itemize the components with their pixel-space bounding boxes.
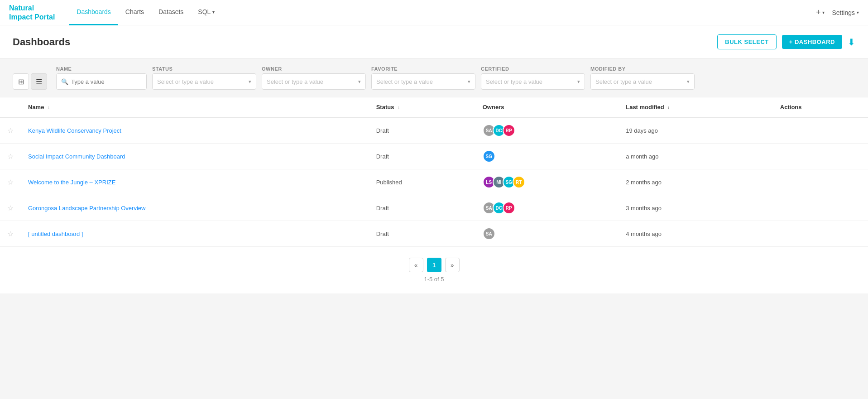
download-button[interactable]: ⬇ xyxy=(848,37,855,48)
table-row: ☆Welcome to the Jungle – XPRIZEPublished… xyxy=(0,169,868,195)
add-dashboard-button[interactable]: + DASHBOARD xyxy=(782,35,842,49)
app-logo[interactable]: Natural Impact Portal xyxy=(9,4,55,21)
favorite-filter-label: FAVORITE xyxy=(371,66,475,72)
page-title: Dashboards xyxy=(13,36,70,48)
nav-links: Dashboards Charts Datasets SQL ▾ xyxy=(69,0,816,25)
chevron-down-icon: ▾ xyxy=(822,10,825,15)
th-star xyxy=(0,97,21,117)
pagination: « 1 » xyxy=(409,258,460,272)
dashboard-link[interactable]: Kenya Wildlife Conservancy Project xyxy=(28,127,121,134)
th-owners: Owners xyxy=(475,97,619,117)
chevron-down-icon: ▾ xyxy=(212,10,215,14)
grid-icon: ⊞ xyxy=(18,77,24,86)
star-icon[interactable]: ☆ xyxy=(7,127,14,135)
sort-status-icon: ↕ xyxy=(398,105,400,110)
chevron-down-icon: ▾ xyxy=(358,79,361,85)
th-status[interactable]: Status ↕ xyxy=(369,97,475,117)
table-row: ☆[ untitled dashboard ]DraftSA4 months a… xyxy=(0,221,868,247)
list-view-button[interactable]: ☰ xyxy=(31,73,47,90)
col-lastmod-label: Last modified xyxy=(626,104,664,111)
download-icon: ⬇ xyxy=(848,37,855,47)
last-modified-value: 2 months ago xyxy=(626,179,662,186)
dashboard-link[interactable]: [ untitled dashboard ] xyxy=(28,231,83,237)
star-icon[interactable]: ☆ xyxy=(7,153,14,160)
nav-datasets[interactable]: Datasets xyxy=(151,0,191,25)
owner-filter-label: OWNER xyxy=(262,66,366,72)
top-nav: Natural Impact Portal Dashboards Charts … xyxy=(0,0,868,25)
actions-cell xyxy=(773,195,868,221)
grid-view-button[interactable]: ⊞ xyxy=(13,73,29,90)
th-last-modified[interactable]: Last modified ↓ xyxy=(619,97,773,117)
page-1-button[interactable]: 1 xyxy=(427,258,441,272)
status-badge: Draft xyxy=(376,127,389,134)
modified-by-filter-label: MODIFIED BY xyxy=(590,66,695,72)
col-actions-label: Actions xyxy=(780,104,802,111)
logo-line2: Impact Portal xyxy=(9,13,55,21)
col-name-label: Name xyxy=(28,104,44,111)
chevron-down-icon: ▾ xyxy=(687,79,690,85)
th-name[interactable]: Name ↕ xyxy=(21,97,369,117)
table-row: ☆Kenya Wildlife Conservancy ProjectDraft… xyxy=(0,117,868,144)
star-icon[interactable]: ☆ xyxy=(7,204,14,212)
avatar: RT xyxy=(513,176,525,188)
table-row: ☆Social Impact Community DashboardDraftS… xyxy=(0,144,868,169)
dashboards-table: Name ↕ Status ↕ Owners Last modified ↓ A… xyxy=(0,97,868,247)
last-modified-value: 4 months ago xyxy=(626,231,662,237)
last-modified-value: a month ago xyxy=(626,153,658,160)
star-icon[interactable]: ☆ xyxy=(7,178,14,186)
modified-by-filter-group: MODIFIED BY Select or type a value ▾ xyxy=(590,66,695,90)
favorite-placeholder: Select or type a value xyxy=(376,78,433,85)
favorite-filter-select[interactable]: Select or type a value ▾ xyxy=(371,73,475,90)
last-modified-value: 19 days ago xyxy=(626,127,658,134)
actions-cell xyxy=(773,221,868,247)
nav-dashboards[interactable]: Dashboards xyxy=(69,0,118,25)
owners-cell: SADCRP xyxy=(475,117,619,144)
name-filter-group: NAME 🔍 xyxy=(56,66,147,90)
chevron-down-icon: ▾ xyxy=(249,79,251,85)
certified-filter-select[interactable]: Select or type a value ▾ xyxy=(481,73,585,90)
owner-filter-select[interactable]: Select or type a value ▾ xyxy=(262,73,366,90)
list-icon: ☰ xyxy=(36,77,42,86)
avatar: SG xyxy=(483,150,495,163)
actions-cell xyxy=(773,144,868,169)
dashboard-link[interactable]: Welcome to the Jungle – XPRIZE xyxy=(28,179,115,186)
nav-charts[interactable]: Charts xyxy=(118,0,151,25)
prev-page-button[interactable]: « xyxy=(409,258,423,272)
actions-cell xyxy=(773,169,868,195)
filter-section: ⊞ ☰ NAME 🔍 STATUS Select or type a value… xyxy=(0,59,868,97)
add-button[interactable]: + ▾ xyxy=(816,8,825,17)
status-badge: Draft xyxy=(376,153,389,160)
next-page-button[interactable]: » xyxy=(445,258,460,272)
table-header: Name ↕ Status ↕ Owners Last modified ↓ A… xyxy=(0,97,868,117)
dashboard-link[interactable]: Gorongosa Landscape Partnership Overview xyxy=(28,205,145,212)
sort-lastmod-icon: ↓ xyxy=(667,105,670,110)
nav-sql[interactable]: SQL ▾ xyxy=(191,0,222,25)
star-icon[interactable]: ☆ xyxy=(7,230,14,238)
status-badge: Published xyxy=(376,179,402,186)
owners-cell: SADCRP xyxy=(475,195,619,221)
settings-button[interactable]: Settings ▾ xyxy=(832,9,859,16)
logo-line1: Natural xyxy=(9,4,34,12)
pagination-container: « 1 » 1-5 of 5 xyxy=(0,247,868,293)
next-icon: » xyxy=(451,262,454,269)
modified-by-filter-select[interactable]: Select or type a value ▾ xyxy=(590,73,695,90)
col-owners-label: Owners xyxy=(483,104,504,111)
chevron-down-icon: ▾ xyxy=(468,79,470,85)
owner-placeholder: Select or type a value xyxy=(267,78,323,85)
name-search-input[interactable] xyxy=(71,78,142,85)
chevron-down-icon: ▾ xyxy=(857,10,859,15)
nav-sql-label: SQL xyxy=(198,8,211,15)
actions-cell xyxy=(773,117,868,144)
view-toggle: ⊞ ☰ xyxy=(13,73,47,90)
dashboard-link[interactable]: Social Impact Community Dashboard xyxy=(28,153,125,160)
col-status-label: Status xyxy=(376,104,394,111)
nav-right: + ▾ Settings ▾ xyxy=(816,8,859,17)
status-badge: Draft xyxy=(376,231,389,237)
certified-filter-label: CERTIFIED xyxy=(481,66,585,72)
owners-cell: SA xyxy=(475,221,619,247)
sort-name-icon: ↕ xyxy=(48,105,50,110)
bulk-select-button[interactable]: BULK SELECT xyxy=(717,34,777,49)
table-container: Name ↕ Status ↕ Owners Last modified ↓ A… xyxy=(0,97,868,247)
status-filter-select[interactable]: Select or type a value ▾ xyxy=(152,73,256,90)
avatar: RP xyxy=(503,202,515,214)
